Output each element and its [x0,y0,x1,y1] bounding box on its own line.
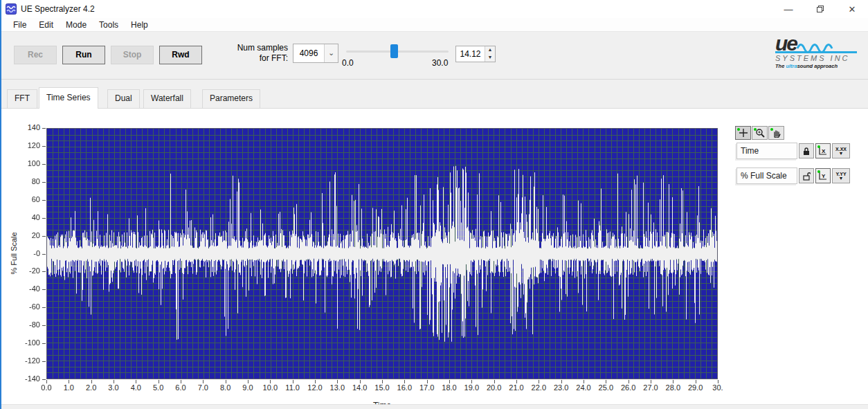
x-tick-mark [561,380,562,383]
slider-thumb[interactable] [390,44,398,58]
y-tick-mark [42,379,46,380]
time-position-value: 14.12 [456,46,485,62]
lock-open-icon [802,172,811,181]
x-tick-mark [203,380,204,383]
x-tick-mark [404,380,405,383]
logo-tagline: The ultrasound approach [775,63,860,69]
minimize-button[interactable]: — [772,0,804,18]
x-tick-mark [114,380,114,383]
x-tick-mark [69,380,69,383]
x-tick-label: 19.0 [460,383,482,392]
x-tick-label: 2.0 [80,383,102,392]
y-tick-mark [42,254,46,255]
y-tick-mark [42,361,46,362]
x-scale-lock-button[interactable] [799,143,814,158]
graph-palette [735,126,785,140]
zoom-tool-button[interactable] [752,126,768,140]
y-tick-label: 60 [1,195,40,203]
y-tick-mark [42,146,46,147]
y-format-button[interactable]: Y.YY ▼ [832,168,850,183]
x-autoscale-button[interactable]: X [815,143,831,158]
menu-item-tools[interactable]: Tools [93,19,125,31]
x-tick-label: 7.0 [192,383,214,392]
lock-closed-icon [802,147,811,156]
x-tick-label: 4.0 [125,383,147,392]
menu-item-mode[interactable]: Mode [60,19,93,31]
y-tick-label: -100 [1,338,40,347]
close-button[interactable]: ✕ [836,0,868,18]
x-tick-label: 9.0 [237,383,259,392]
rwd-button[interactable]: Rwd [159,46,202,64]
y-tick-label: 120 [1,141,40,149]
x-tick-label: 6.0 [170,383,192,392]
menu-item-help[interactable]: Help [125,19,154,31]
x-tick-label: 26.0 [617,383,640,392]
y-tick-label: 40 [1,213,40,221]
x-tick-label: 15.0 [371,383,393,392]
tab-fft[interactable]: FFT [7,89,37,108]
x-tick-mark [651,380,651,383]
y-scale-name-box[interactable]: % Full Scale [736,167,797,184]
x-tick-label: 20.0 [483,383,505,392]
x-format-button[interactable]: X.XX ▼ [832,143,850,158]
x-tick-mark [516,380,517,383]
x-tick-mark [584,380,584,383]
y-autoscale-button[interactable]: Y [815,168,831,183]
menu-bar: FileEditModeToolsHelp [1,18,868,32]
x-tick-mark [449,380,450,383]
tab-parameters[interactable]: Parameters [202,89,260,108]
led-icon [754,128,757,131]
x-tick-label: 13.0 [326,383,348,392]
time-position-slider[interactable] [346,51,449,53]
fft-samples-dropdown[interactable]: 4096 ⌄ [293,44,338,63]
menu-item-edit[interactable]: Edit [33,19,60,31]
x-tick-mark [248,380,248,383]
chevron-down-icon[interactable]: ⌄ [324,44,338,62]
logo-company-text: SYSTEMS INC [775,54,860,62]
led-icon [737,128,740,131]
spin-up-icon[interactable]: ▲ [485,46,495,54]
slider-min-label: 0.0 [342,58,354,68]
menu-item-file[interactable]: File [7,19,33,31]
restore-button[interactable] [804,0,836,18]
y-tick-mark [42,343,46,344]
stop-button[interactable]: Stop [111,46,154,64]
run-button[interactable]: Run [62,46,105,64]
y-tick-mark [42,271,46,272]
y-tick-label: -80 [1,320,40,329]
y-tick-mark [42,218,46,219]
app-window: UE Spectralyzer 4.2 — ✕ FileEditModeTool… [0,0,868,409]
cursor-tool-button[interactable] [735,126,751,140]
x-tick-label: 30. [707,383,729,392]
y-scale-lock-button[interactable] [799,168,814,183]
y-tick-label: -40 [1,284,40,293]
time-position-spinbox[interactable]: 14.12 ▲ ▼ [455,46,496,62]
x-tick-label: 22.0 [527,383,550,392]
x-tick-mark [159,380,159,383]
x-scale-name-box[interactable]: Time [736,143,797,159]
x-tick-mark [427,380,428,383]
x-tick-label: 8.0 [215,383,237,392]
y-tick-mark [42,200,46,201]
x-tick-label: 27.0 [640,383,662,392]
slider-max-label: 30.0 [432,58,448,68]
pan-tool-button[interactable] [768,126,784,140]
x-tick-label: 25.0 [595,383,617,392]
x-tick-mark [673,380,673,383]
waveform-plot[interactable] [46,128,718,379]
x-tick-mark [696,380,696,383]
svg-text:Y: Y [822,173,826,179]
title-bar: UE Spectralyzer 4.2 — ✕ [1,0,868,18]
y-tick-label: -120 [1,356,40,365]
spin-down-icon[interactable]: ▼ [485,54,495,62]
tab-time-series[interactable]: Time Series [39,87,98,109]
y-tick-label: 100 [1,159,40,167]
x-tick-mark [91,380,92,383]
x-tick-label: 10.0 [259,383,281,392]
rec-button[interactable]: Rec [14,46,57,64]
tab-waterfall[interactable]: Waterfall [143,89,191,108]
app-icon [6,3,17,15]
x-tick-label: 21.0 [505,383,527,392]
waveform-canvas[interactable] [47,129,717,379]
tab-dual[interactable]: Dual [107,89,140,108]
